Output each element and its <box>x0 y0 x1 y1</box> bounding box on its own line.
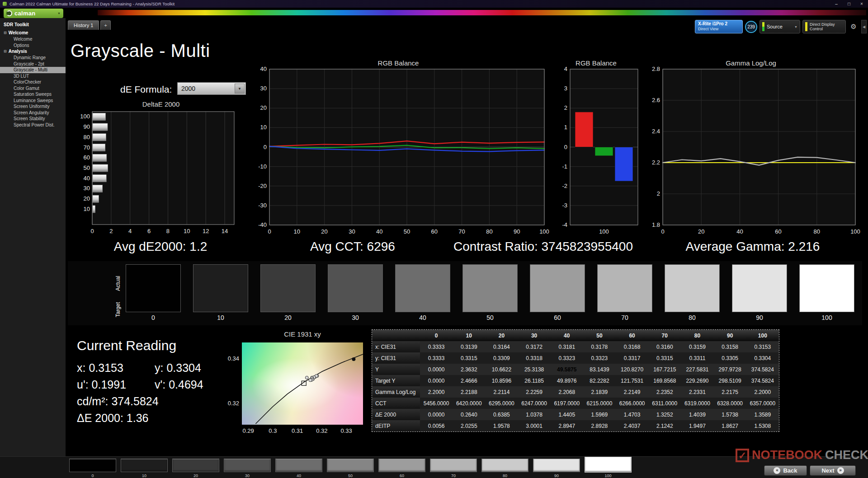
sidebar-item-grayscale-multi[interactable]: Grayscale - Multi <box>0 67 66 73</box>
sidebar-item-screen-stability[interactable]: Screen Stability <box>0 116 66 122</box>
sidebar-item-luminance-sweeps[interactable]: Luminance Sweeps <box>0 98 66 104</box>
pattern-thumb-60[interactable] <box>378 459 425 472</box>
sidebar-item-welcome[interactable]: Welcome <box>0 36 66 42</box>
sidebar-item-colorchecker[interactable]: ColorChecker <box>0 79 66 85</box>
sidebar-item-spectral-power-dist[interactable]: Spectral Power Dist. <box>0 122 66 128</box>
grayscale-swatch-30 <box>328 264 383 312</box>
table-row-label: ΔE 2000 <box>372 409 420 420</box>
table-cell: 120.8270 <box>616 364 648 375</box>
svg-text:-30: -30 <box>258 202 267 209</box>
pattern-thumb-50[interactable] <box>327 459 374 472</box>
table-cell: 5456.0000 <box>420 398 453 409</box>
window-title: Calman 2022 Calman Ultimate for Business… <box>9 1 175 6</box>
svg-text:1.8: 1.8 <box>652 221 660 228</box>
table-cell: 6247.0000 <box>518 398 551 409</box>
cie-chart: 0.290.30.310.320.330.340.32 <box>224 340 373 436</box>
svg-text:2.4: 2.4 <box>652 128 660 135</box>
pattern-thumb-90[interactable] <box>533 459 580 472</box>
table-cell: 2.2352 <box>648 386 681 398</box>
pattern-thumb-100[interactable] <box>585 457 632 473</box>
collapse-icon[interactable]: ⊟ <box>4 49 7 54</box>
reading-delta-e: ΔE 2000: 1.36 <box>77 412 148 425</box>
table-cell: 10.6622 <box>485 364 518 375</box>
notebookcheck-watermark: ✓ NOTEBOOK CHECK <box>736 448 868 462</box>
grayscale-swatch-20 <box>260 264 316 312</box>
deltae-chart-title: DeltaE 2000 <box>84 100 238 108</box>
svg-text:1: 1 <box>564 124 567 131</box>
pattern-thumb-40[interactable] <box>275 459 322 472</box>
tree-node-welcome[interactable]: ⊟Welcome <box>0 30 66 36</box>
new-tab-button[interactable]: + <box>100 20 110 30</box>
table-cell: 374.5824 <box>746 375 779 386</box>
source-dropdown[interactable]: Source ▼ <box>760 20 800 33</box>
pattern-thumb-label: 30 <box>224 473 271 478</box>
chevron-down-icon: ▼ <box>57 12 61 15</box>
close-icon[interactable]: × <box>855 0 868 8</box>
table-cell: 1.5738 <box>714 409 746 420</box>
svg-text:80: 80 <box>84 134 90 141</box>
svg-text:20: 20 <box>260 104 267 111</box>
grayscale-swatch-40 <box>395 264 450 312</box>
table-row-label: x: CIE31 <box>372 341 420 352</box>
pattern-thumb-label: 80 <box>481 473 528 478</box>
pattern-thumb-label: 100 <box>585 473 632 478</box>
calman-swirl-icon <box>6 10 12 16</box>
target-label: Target <box>115 295 121 317</box>
pattern-thumb-0[interactable] <box>69 459 116 472</box>
tree-node-analysis[interactable]: ⊟Analysis <box>0 48 66 55</box>
table-cell: 0.3333 <box>420 341 453 352</box>
swatch-level-label: 60 <box>530 314 585 321</box>
sidebar-item-3d-lut[interactable]: 3D LUT <box>0 73 66 80</box>
table-cell: 2.4037 <box>616 420 648 431</box>
table-cell: 0.3315 <box>648 352 681 364</box>
svg-text:4: 4 <box>128 228 132 234</box>
table-cell: 2.2188 <box>453 386 485 398</box>
next-button[interactable]: Next » <box>810 465 856 476</box>
table-cell: 0.3168 <box>616 341 648 352</box>
sidebar-item-options[interactable]: Options <box>0 42 66 49</box>
table-cell: 25.3138 <box>518 364 551 375</box>
table-cell: 6215.0000 <box>583 398 616 409</box>
svg-text:40: 40 <box>736 228 743 235</box>
pattern-thumb-70[interactable] <box>430 459 477 472</box>
sidebar-item-saturation-sweeps[interactable]: Saturation Sweeps <box>0 91 66 98</box>
calman-logo-button[interactable]: calman ▼ <box>4 9 63 18</box>
minimize-icon[interactable]: – <box>830 0 843 8</box>
svg-text:0: 0 <box>90 228 94 234</box>
chevron-down-icon: ▼ <box>794 25 797 28</box>
back-button[interactable]: « Back <box>764 465 807 476</box>
table-row-label: y: CIE31 <box>372 352 420 364</box>
meter-button[interactable]: X-Rite i1Pro 2 Direct View <box>695 20 743 33</box>
rgb-balance-line-chart: 403020100-10-20-30-400102030405060708090… <box>251 68 545 239</box>
gear-icon[interactable]: ⚙ <box>848 20 859 33</box>
de-formula-value: 2000 <box>181 85 195 92</box>
display-control-dropdown[interactable]: Direct Display Control <box>802 20 846 33</box>
svg-text:12: 12 <box>203 228 209 234</box>
panel-collapse-icon[interactable]: ◀ <box>861 20 867 33</box>
status-badge[interactable]: 239 <box>745 21 757 33</box>
svg-text:-3: -3 <box>562 202 567 209</box>
sidebar-item-grayscale-2pt[interactable]: Grayscale - 2pt <box>0 61 66 67</box>
table-col-header-30: 30 <box>518 330 551 341</box>
table-cell: 0.3178 <box>583 341 616 352</box>
pattern-thumb-80[interactable] <box>481 459 528 472</box>
sidebar-item-screen-angularity[interactable]: Screen Angularity <box>0 110 66 116</box>
table-cell: 1.3252 <box>648 409 681 420</box>
table-cell: 2.0255 <box>453 420 485 431</box>
watermark-text-2: CHECK <box>825 448 868 462</box>
spectrum-strip <box>98 10 866 15</box>
collapse-icon[interactable]: ⊟ <box>4 30 7 36</box>
sidebar-item-dynamic-range[interactable]: Dynamic Range <box>0 55 66 61</box>
maximize-icon[interactable]: □ <box>843 0 855 8</box>
table-cell: 229.2690 <box>681 375 713 386</box>
de-formula-select[interactable]: 2000 ▼ <box>177 82 246 95</box>
pattern-thumb-10[interactable] <box>121 459 168 472</box>
grayscale-swatch-90 <box>732 264 787 312</box>
sidebar-item-color-gamut[interactable]: Color Gamut <box>0 85 66 92</box>
pattern-thumb-30[interactable] <box>224 459 271 472</box>
svg-text:80: 80 <box>814 228 820 235</box>
tab-history-1[interactable]: History 1 <box>68 20 99 30</box>
pattern-thumb-label: 90 <box>533 473 580 478</box>
sidebar-item-screen-uniformity[interactable]: Screen Uniformity <box>0 103 66 110</box>
pattern-thumb-20[interactable] <box>172 459 219 472</box>
